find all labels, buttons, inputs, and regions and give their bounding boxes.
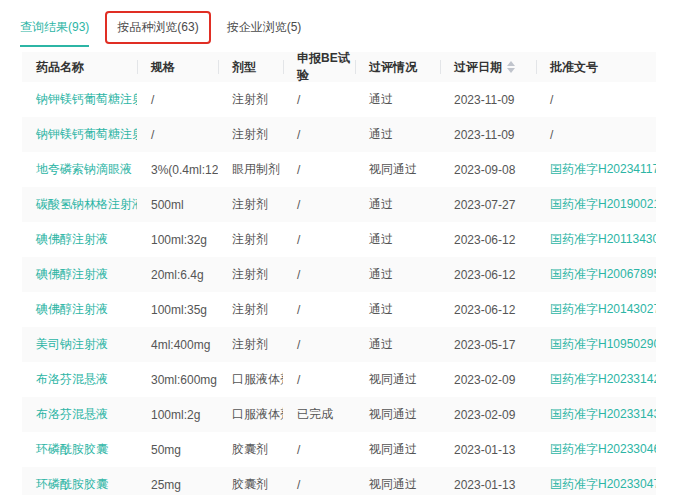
status-cell: 视同通过 xyxy=(355,406,440,423)
approval-number-link[interactable]: 国药准字H20233142 xyxy=(550,371,656,388)
drug-name-link[interactable]: 地夸磷索钠滴眼液 xyxy=(36,161,132,178)
spec-cell: 100ml:32g xyxy=(137,233,218,247)
date-cell: 2023-01-13 xyxy=(440,478,536,492)
form-cell: 注射剂 xyxy=(218,126,283,143)
date-cell: 2023-06-12 xyxy=(440,233,536,247)
drug-name-link[interactable]: 布洛芬混悬液 xyxy=(36,371,108,388)
table-row: 钠钾镁钙葡萄糖注射液 / 注射剂 / 通过 2023-11-09 / xyxy=(22,117,656,152)
be-trial-cell: / xyxy=(283,338,355,352)
spec-cell: 30ml:600mg xyxy=(137,373,218,387)
date-cell: 2023-09-08 xyxy=(440,163,536,177)
drug-name-link[interactable]: 钠钾镁钙葡萄糖注射液 xyxy=(36,91,137,108)
form-cell: 注射剂 xyxy=(218,91,283,108)
approval-number-link[interactable]: 国药准字H20233046 xyxy=(550,441,656,458)
date-cell: 2023-01-13 xyxy=(440,443,536,457)
spec-cell: 3%(0.4ml:12mg) xyxy=(137,163,218,177)
column-header-drug-name: 药品名称 xyxy=(22,52,137,82)
spec-cell: 4ml:400mg xyxy=(137,338,218,352)
tab-by-enterprise[interactable]: 按企业浏览(5) xyxy=(227,19,302,36)
approval-number-link[interactable]: 国药准字H10950290 xyxy=(550,336,656,353)
be-trial-cell: / xyxy=(283,128,355,142)
drug-name-link[interactable]: 碘佛醇注射液 xyxy=(36,231,108,248)
drug-name-link[interactable]: 美司钠注射液 xyxy=(36,336,108,353)
status-cell: 通过 xyxy=(355,196,440,213)
table-row: 地夸磷索钠滴眼液 3%(0.4ml:12mg) 眼用制剂 / 视同通过 2023… xyxy=(22,152,656,187)
spec-cell: 100ml:2g xyxy=(137,408,218,422)
drug-name-link[interactable]: 碘佛醇注射液 xyxy=(36,301,108,318)
status-cell: 通过 xyxy=(355,91,440,108)
status-cell: 通过 xyxy=(355,231,440,248)
drug-table: 药品名称 规格 剂型 申报BE试验 过评情况 过评日期 批准文号 钠钾镁钙葡萄糖… xyxy=(22,52,656,495)
approval-number-link[interactable]: / xyxy=(550,93,553,107)
approval-number-link[interactable]: 国药准字H20143027 xyxy=(550,301,656,318)
table-row: 碘佛醇注射液 20ml:6.4g 注射剂 / 通过 2023-06-12 国药准… xyxy=(22,257,656,292)
sort-asc-caret-icon xyxy=(507,61,515,66)
date-cell: 2023-11-09 xyxy=(440,93,536,107)
spec-cell: / xyxy=(137,128,218,142)
tab-query-results[interactable]: 查询结果(93) xyxy=(20,19,89,47)
date-cell: 2023-02-09 xyxy=(440,408,536,422)
table-row: 环磷酰胺胶囊 50mg 胶囊剂 / 视同通过 2023-01-13 国药准字H2… xyxy=(22,432,656,467)
form-cell: 注射剂 xyxy=(218,231,283,248)
be-trial-cell: 已完成 xyxy=(283,406,355,423)
form-cell: 口服液体剂 xyxy=(218,406,283,423)
date-cell: 2023-07-27 xyxy=(440,198,536,212)
status-cell: 通过 xyxy=(355,126,440,143)
approval-number-link[interactable]: 国药准字H20233143 xyxy=(550,406,656,423)
drug-name-link[interactable]: 环磷酰胺胶囊 xyxy=(36,441,108,458)
table-row: 碳酸氢钠林格注射液 500ml 注射剂 / 通过 2023-07-27 国药准字… xyxy=(22,187,656,222)
status-cell: 视同通过 xyxy=(355,371,440,388)
be-trial-cell: / xyxy=(283,163,355,177)
approval-number-link[interactable]: 国药准字H20067895 xyxy=(550,266,656,283)
table-header-row: 药品名称 规格 剂型 申报BE试验 过评情况 过评日期 批准文号 xyxy=(22,52,656,82)
date-cell: 2023-11-09 xyxy=(440,128,536,142)
be-trial-cell: / xyxy=(283,373,355,387)
spec-cell: 500ml xyxy=(137,198,218,212)
status-cell: 视同通过 xyxy=(355,161,440,178)
table-body: 钠钾镁钙葡萄糖注射液 / 注射剂 / 通过 2023-11-09 / 钠钾镁钙葡… xyxy=(22,82,656,495)
form-cell: 眼用制剂 xyxy=(218,161,283,178)
drug-name-link[interactable]: 布洛芬混悬液 xyxy=(36,406,108,423)
drug-name-link[interactable]: 碳酸氢钠林格注射液 xyxy=(36,196,137,213)
table-row: 美司钠注射液 4ml:400mg 注射剂 / 通过 2023-05-17 国药准… xyxy=(22,327,656,362)
form-cell: 注射剂 xyxy=(218,196,283,213)
tab-by-variety[interactable]: 按品种浏览(63) xyxy=(105,11,210,44)
date-cell: 2023-06-12 xyxy=(440,303,536,317)
drug-name-link[interactable]: 环磷酰胺胶囊 xyxy=(36,476,108,493)
be-trial-cell: / xyxy=(283,443,355,457)
column-header-approval: 批准文号 xyxy=(536,52,656,82)
spec-cell: 25mg xyxy=(137,478,218,492)
column-header-form: 剂型 xyxy=(218,52,283,82)
column-header-date-label: 过评日期 xyxy=(454,59,502,76)
table-row: 布洛芬混悬液 100ml:2g 口服液体剂 已完成 视同通过 2023-02-0… xyxy=(22,397,656,432)
spec-cell: / xyxy=(137,93,218,107)
approval-number-link[interactable]: 国药准字H20190021 xyxy=(550,196,656,213)
approval-number-link[interactable]: 国药准字H20233047 xyxy=(550,476,656,493)
tab-bar: 查询结果(93) 按品种浏览(63) 按企业浏览(5) xyxy=(0,0,676,44)
table-row: 碘佛醇注射液 100ml:35g 注射剂 / 通过 2023-06-12 国药准… xyxy=(22,292,656,327)
table-row: 碘佛醇注射液 100ml:32g 注射剂 / 通过 2023-06-12 国药准… xyxy=(22,222,656,257)
spec-cell: 20ml:6.4g xyxy=(137,268,218,282)
approval-number-link[interactable]: 国药准字H20113430 xyxy=(550,231,656,248)
be-trial-cell: / xyxy=(283,233,355,247)
drug-name-link[interactable]: 碘佛醇注射液 xyxy=(36,266,108,283)
spec-cell: 50mg xyxy=(137,443,218,457)
status-cell: 通过 xyxy=(355,336,440,353)
table-row: 钠钾镁钙葡萄糖注射液 / 注射剂 / 通过 2023-11-09 / xyxy=(22,82,656,117)
approval-number-link[interactable]: 国药准字H20234117 xyxy=(550,161,656,178)
form-cell: 注射剂 xyxy=(218,301,283,318)
column-header-be-trial: 申报BE试验 xyxy=(283,52,355,82)
form-cell: 注射剂 xyxy=(218,336,283,353)
date-cell: 2023-06-12 xyxy=(440,268,536,282)
approval-number-link[interactable]: / xyxy=(550,128,553,142)
sort-carets-icon[interactable] xyxy=(507,61,515,73)
table-row: 布洛芬混悬液 30ml:600mg 口服液体剂 / 视同通过 2023-02-0… xyxy=(22,362,656,397)
drug-name-link[interactable]: 钠钾镁钙葡萄糖注射液 xyxy=(36,126,137,143)
column-header-spec: 规格 xyxy=(137,52,218,82)
form-cell: 胶囊剂 xyxy=(218,476,283,493)
column-header-status: 过评情况 xyxy=(355,52,440,82)
date-cell: 2023-02-09 xyxy=(440,373,536,387)
status-cell: 视同通过 xyxy=(355,476,440,493)
date-cell: 2023-05-17 xyxy=(440,338,536,352)
form-cell: 注射剂 xyxy=(218,266,283,283)
